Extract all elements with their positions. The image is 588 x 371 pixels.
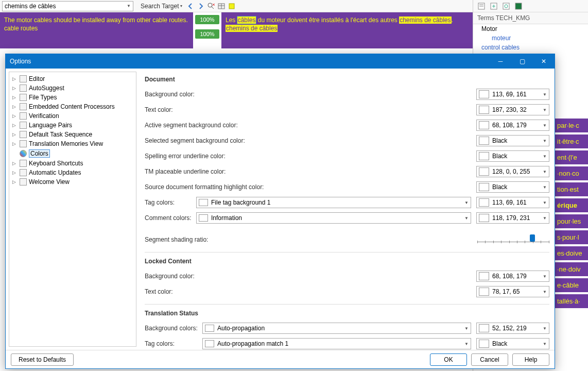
tagcolors-combo[interactable]: File tag background 1▼ <box>196 197 471 208</box>
expand-arrow-icon[interactable]: ▷ <box>12 95 18 100</box>
tree-item-file-types[interactable]: ▷File Types <box>9 93 136 102</box>
terms-settings-icon[interactable] <box>502 2 510 10</box>
maximize-button[interactable]: ▢ <box>511 54 533 69</box>
chevron-down-icon[interactable]: ▼ <box>127 4 131 8</box>
reset-button[interactable]: Reset to Defaults <box>11 353 74 366</box>
segshade-slider[interactable] <box>477 234 549 245</box>
expand-arrow-icon[interactable]: ▷ <box>12 113 18 119</box>
highlight-term: câbles <box>237 16 256 24</box>
expand-arrow-icon[interactable]: ▷ <box>12 123 18 128</box>
tree-item-verification[interactable]: ▷Verification <box>9 111 136 121</box>
close-button[interactable]: ✕ <box>533 54 555 69</box>
expand-arrow-icon[interactable]: ▷ <box>12 132 18 137</box>
selseg-picker[interactable]: Black▼ <box>476 135 549 146</box>
swatch <box>479 272 489 280</box>
selseg-label: Selected segment background color: <box>145 137 289 144</box>
minimize-button[interactable]: ─ <box>490 54 511 69</box>
expand-arrow-icon[interactable]: ▷ <box>12 179 18 184</box>
options-tree[interactable]: ▷Editor▷AutoSuggest▷File Types▷Embedded … <box>9 72 136 347</box>
slider-thumb[interactable] <box>530 234 535 242</box>
tree-item-language-pairs[interactable]: ▷Language Pairs <box>9 121 136 130</box>
terms-header: Terms TECH_KMG <box>473 12 588 24</box>
terms-view-icon[interactable] <box>477 2 486 10</box>
tree-item-translation-memories-view[interactable]: ▷Translation Memories View <box>9 139 136 148</box>
color-value: 68, 108, 179 <box>492 273 527 280</box>
arrow-left-icon[interactable] <box>186 2 195 10</box>
match-chip-2[interactable]: 100% <box>195 29 219 39</box>
search-input[interactable]: chemins de câbles ▼ <box>2 1 133 11</box>
term-source-2[interactable]: control cables <box>473 43 588 52</box>
locked-bg-picker[interactable]: 68, 108, 179▼ <box>476 271 549 282</box>
commentcolors-combo[interactable]: Information▼ <box>196 212 471 224</box>
trans-tag-picker[interactable]: Black▼ <box>476 338 549 349</box>
txtcolor-picker[interactable]: 187, 230, 32▼ <box>476 104 549 115</box>
expand-arrow-icon[interactable]: ▷ <box>12 104 18 109</box>
trans-bg-picker[interactable]: 52, 152, 219▼ <box>476 323 549 334</box>
srcfmt-label: Source document formatting highlight col… <box>145 183 289 191</box>
terms-add-icon[interactable] <box>490 2 498 10</box>
expand-arrow-icon[interactable]: ▷ <box>12 76 18 81</box>
tmplace-picker[interactable]: 128, 0, 0, 255▼ <box>476 166 549 177</box>
target-text: Les <box>226 16 237 24</box>
help-button[interactable]: Help <box>512 353 549 366</box>
tree-item-keyboard-shortcuts[interactable]: ▷Keyboard Shortcuts <box>9 159 136 168</box>
combo-value: Information <box>211 214 242 222</box>
term-source-1[interactable]: Motor <box>473 24 588 33</box>
commentcolors-picker[interactable]: 118, 179, 231▼ <box>476 212 549 224</box>
tree-item-editor[interactable]: ▷Editor <box>9 74 136 83</box>
tmplace-label: TM placeable underline color: <box>145 168 289 175</box>
expand-arrow-icon[interactable]: ▷ <box>12 86 18 91</box>
tree-item-colors[interactable]: ▷Colors <box>9 148 136 159</box>
chevron-down-icon: ▼ <box>464 200 469 205</box>
chevron-down-icon: ▼ <box>543 123 547 128</box>
spell-picker[interactable]: Black▼ <box>476 150 549 162</box>
swatch <box>479 137 489 145</box>
locked-bg-label: Background color: <box>145 273 289 280</box>
tree-item-default-task-sequence[interactable]: ▷Default Task Sequence <box>9 130 136 139</box>
tree-item-autosuggest[interactable]: ▷AutoSuggest <box>9 83 136 93</box>
tree-item-icon <box>20 140 27 147</box>
highlight-term: chemins de câbles <box>226 25 278 32</box>
cancel-button[interactable]: Cancel <box>471 353 508 366</box>
match-pane: 100% 100% <box>193 12 221 48</box>
combo-value: File tag background 1 <box>211 199 270 206</box>
srcfmt-picker[interactable]: Black▼ <box>476 181 549 193</box>
highlight-icon[interactable] <box>228 2 236 10</box>
row-tagcolors: Tag colors: File tag background 1▼ 113, … <box>145 195 549 210</box>
chevron-down-icon: ▼ <box>543 154 547 159</box>
expand-arrow-icon[interactable]: ▷ <box>12 141 18 146</box>
search-value: chemins de câbles <box>5 3 56 10</box>
term-target-1[interactable]: moteur <box>473 33 588 43</box>
color-value: 128, 0, 0, 255 <box>492 168 530 175</box>
locked-txt-picker[interactable]: 78, 17, 65▼ <box>476 286 549 297</box>
table-icon[interactable] <box>217 2 226 10</box>
tagcolors-picker[interactable]: 113, 69, 161▼ <box>476 197 549 208</box>
terms-export-icon[interactable] <box>514 2 523 10</box>
tree-item-label: Automatic Updates <box>29 169 81 176</box>
dialog-footer: Reset to Defaults OK Cancel Help <box>6 350 555 368</box>
clear-search-icon[interactable] <box>207 2 215 10</box>
swatch <box>205 325 214 332</box>
section-trans: Translation Status <box>145 310 549 317</box>
expand-arrow-icon[interactable]: ▷ <box>12 170 18 175</box>
match-chip-1[interactable]: 100% <box>195 15 219 24</box>
search-target-button[interactable]: Search Target ▾ <box>137 2 185 11</box>
trans-tag-combo[interactable]: Auto-propagation match 1▼ <box>202 338 471 349</box>
tree-item-welcome-view[interactable]: ▷Welcome View <box>9 177 136 187</box>
swatch <box>479 340 489 348</box>
activeseg-picker[interactable]: 68, 108, 179▼ <box>476 120 549 131</box>
source-pane[interactable]: The motor cables should be installed awa… <box>0 12 193 48</box>
commentcolors-label: Comment colors: <box>145 214 196 222</box>
expand-arrow-icon[interactable]: ▷ <box>12 161 18 166</box>
tree-item-embedded-content-processors[interactable]: ▷Embedded Content Processors <box>9 102 136 111</box>
bgcolor-picker[interactable]: 113, 69, 161▼ <box>476 89 549 100</box>
tree-item-automatic-updates[interactable]: ▷Automatic Updates <box>9 168 136 177</box>
window-controls: ─ ▢ ✕ <box>490 54 555 69</box>
trans-bg-combo[interactable]: Auto-propagation▼ <box>202 323 471 334</box>
color-value: 52, 152, 219 <box>492 325 527 332</box>
ok-button[interactable]: OK <box>430 353 467 366</box>
row-srcfmt: Source document formatting highlight col… <box>145 180 549 194</box>
arrow-right-icon[interactable] <box>197 2 205 10</box>
tree-item-icon <box>20 160 27 167</box>
tree-item-label: Translation Memories View <box>29 140 103 147</box>
